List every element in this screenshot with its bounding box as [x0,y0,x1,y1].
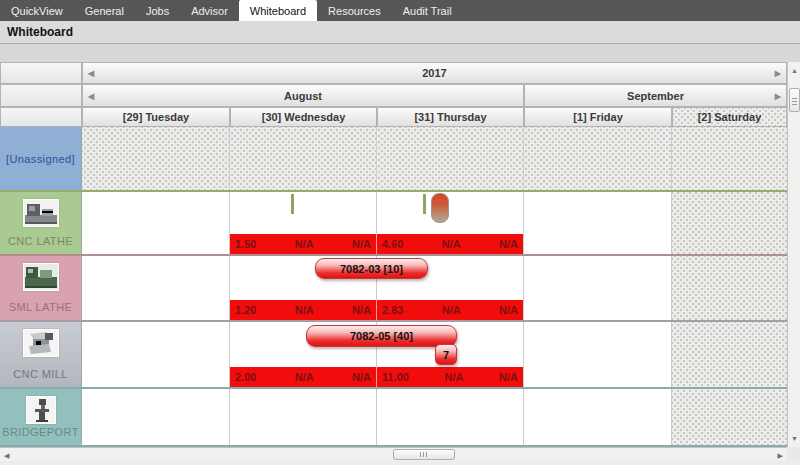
cnc-mill-photo-icon [23,329,59,357]
load-value: N/A [499,238,518,250]
tab-general[interactable]: General [74,0,135,21]
scroll-down-icon[interactable]: ▼ [791,435,798,442]
resource-label: [Unassigned] [6,153,75,165]
load-segment-wednesday: 1.50 N/A N/A [230,234,377,254]
tab-quickview[interactable]: QuickView [0,0,74,21]
load-value: N/A [295,371,314,383]
month-prev-icon[interactable]: ◀ [88,91,94,100]
tab-whiteboard[interactable]: Whiteboard [239,0,317,21]
load-value: N/A [442,304,461,316]
cnc-lathe-photo-icon [23,199,59,227]
day-header-tuesday: [29] Tuesday [82,107,230,127]
tab-resources[interactable]: Resources [317,0,392,21]
job-count-badge[interactable]: 7 [435,344,457,365]
load-segment-wednesday: 1.20 N/A N/A [230,300,377,320]
schedule-tick-mark[interactable] [423,194,426,214]
load-value: N/A [295,238,314,250]
row-divider [0,254,787,256]
tab-bar: QuickView General Jobs Advisor Whiteboar… [0,0,800,21]
load-value: N/A [352,371,371,383]
load-value: N/A [499,304,518,316]
small-job-pill[interactable] [431,193,449,223]
day-header-wednesday: [30] Wednesday [230,107,377,127]
month-header-september: September ▶ [524,84,787,107]
scroll-up-icon[interactable]: ▲ [791,67,798,74]
load-segment-thursday: 4.60 N/A N/A [377,234,523,254]
tab-audit-trail[interactable]: Audit Trail [392,0,463,21]
corner-day-cell [0,107,82,127]
load-value: 4.60 [382,238,403,250]
load-bar-cnc-lathe[interactable]: 1.50 N/A N/A 4.60 N/A N/A [230,234,523,254]
load-segment-wednesday: 2.00 N/A N/A [230,367,377,387]
horizontal-scrollbar[interactable]: ◀ ▶ [0,447,787,461]
month-label: August [284,90,322,102]
scrollbar-corner [787,447,800,461]
load-value: N/A [445,371,464,383]
tab-advisor[interactable]: Advisor [180,0,239,21]
year-label: 2017 [422,67,446,79]
load-value: 2.00 [235,371,256,383]
month-next-icon[interactable]: ▶ [775,91,781,100]
load-value: 2.83 [382,304,403,316]
row-divider [0,320,787,322]
load-segment-thursday: 11.00 N/A N/A [377,367,523,387]
resource-row-cnc-lathe[interactable]: CNC LATHE [0,192,82,254]
year-next-icon[interactable]: ▶ [775,69,781,78]
load-value: N/A [352,238,371,250]
toolbar-spacer [0,45,800,62]
load-value: N/A [442,238,461,250]
sml-lathe-photo-icon [23,263,59,291]
year-prev-icon[interactable]: ◀ [88,69,94,78]
row-divider [0,387,787,389]
row-divider [0,190,787,192]
resource-label: SML LATHE [9,301,73,313]
load-bar-cnc-mill[interactable]: 2.00 N/A N/A 11.00 N/A N/A [230,367,523,387]
load-value: 1.50 [235,238,256,250]
bridgeport-photo-icon [26,396,56,424]
load-value: 11.00 [382,371,409,383]
load-segment-thursday: 2.83 N/A N/A [377,300,523,320]
corner-year-cell [0,62,82,84]
month-header-august: ◀ August [82,84,524,107]
job-bar-7082-03[interactable]: 7082-03 [10] [315,258,428,279]
grid-divider [523,127,524,445]
status-strip [0,461,800,465]
horizontal-scrollbar-thumb[interactable] [393,449,455,460]
resource-row-sml-lathe[interactable]: SML LATHE [0,256,82,320]
whiteboard-window: QuickView General Jobs Advisor Whiteboar… [0,0,800,465]
load-value: N/A [499,371,518,383]
month-label: September [627,90,684,102]
job-bar-7082-05[interactable]: 7082-05 [40] [306,325,457,347]
load-value: N/A [295,304,314,316]
grid-divider [229,127,230,445]
unassigned-row-area[interactable] [82,127,672,190]
load-value: N/A [352,304,371,316]
resource-label: CNC LATHE [8,235,73,247]
grid-divider [671,127,672,445]
scrollbar-grip [792,96,797,105]
load-bar-sml-lathe[interactable]: 1.20 N/A N/A 2.83 N/A N/A [230,300,523,320]
vertical-scrollbar-thumb[interactable] [789,88,800,112]
vertical-scrollbar[interactable]: ▲ ▼ [787,62,800,447]
resource-row-cnc-mill[interactable]: CNC MILL [0,322,82,387]
scroll-right-icon[interactable]: ▶ [778,452,783,459]
page-title: Whiteboard [0,21,800,44]
resource-row-unassigned[interactable]: [Unassigned] [0,127,82,190]
year-header: ◀ 2017 ▶ [82,62,787,84]
schedule-tick-mark[interactable] [291,194,294,214]
resource-label: CNC MILL [13,368,68,380]
row-divider [0,445,787,447]
day-header-thursday: [31] Thursday [377,107,524,127]
tab-jobs[interactable]: Jobs [135,0,180,21]
corner-month-cell [0,84,82,107]
day-header-friday: [1] Friday [524,107,672,127]
resource-row-bridgeport[interactable]: BRIDGEPORT [0,389,82,445]
scroll-left-icon[interactable]: ◀ [4,452,9,459]
day-header-saturday: [2] Saturday [672,107,787,127]
grid-divider [376,127,377,445]
resource-label: BRIDGEPORT [2,426,79,438]
weekend-column-area[interactable] [672,127,787,445]
load-value: 1.20 [235,304,256,316]
scrollbar-grip [420,452,429,457]
